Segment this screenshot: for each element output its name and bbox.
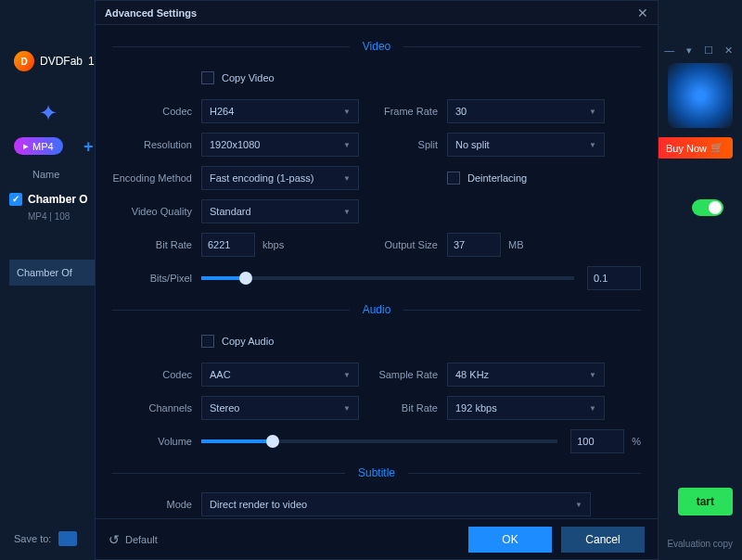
folder-icon[interactable] <box>58 531 77 546</box>
resolution-select[interactable]: 1920x1080▼ <box>201 133 359 157</box>
audio-section-title: Audio <box>112 303 641 316</box>
dropdown-icon[interactable]: ▾ <box>683 45 695 57</box>
chevron-down-icon: ▼ <box>589 371 596 379</box>
samplerate-select[interactable]: 48 KHz▼ <box>447 363 605 387</box>
chevron-down-icon: ▼ <box>589 141 596 149</box>
codec-label: Codec <box>112 106 201 117</box>
deinterlacing-checkbox[interactable] <box>447 172 460 185</box>
add-button[interactable]: + <box>83 137 94 157</box>
resolution-label: Resolution <box>112 139 201 150</box>
save-to-label: Save to: <box>14 533 51 544</box>
audio-codec-select[interactable]: AAC▼ <box>201 363 359 387</box>
volume-input[interactable] <box>570 429 624 453</box>
bitspixel-input[interactable] <box>587 266 641 290</box>
slider-thumb[interactable] <box>239 272 252 285</box>
copy-video-checkbox[interactable] <box>201 71 214 84</box>
chevron-down-icon: ▼ <box>343 404 351 413</box>
enable-toggle[interactable] <box>692 199 723 216</box>
chevron-down-icon: ▼ <box>343 208 351 216</box>
reset-icon: ↺ <box>109 532 120 547</box>
encoding-label: Encoding Method <box>112 172 201 184</box>
split-select[interactable]: No split▼ <box>447 133 605 157</box>
modal-title: Advanced Settings <box>105 7 197 19</box>
maximize-icon[interactable]: ☐ <box>703 45 715 57</box>
evaluation-text: Evaluation copy <box>667 539 733 549</box>
cancel-button[interactable]: Cancel <box>561 527 645 553</box>
chevron-down-icon: ▼ <box>575 501 582 509</box>
bitspixel-label: Bits/Pixel <box>112 273 201 284</box>
encoding-select[interactable]: Fast encoding (1-pass)▼ <box>201 166 359 190</box>
promo-graphic <box>668 63 733 128</box>
copy-audio-checkbox[interactable] <box>201 335 214 348</box>
logo-icon: D <box>14 51 34 71</box>
copy-video-label: Copy Video <box>222 72 275 83</box>
audio-bitrate-select[interactable]: 192 kbps▼ <box>447 396 605 420</box>
buy-now-button[interactable]: Buy Now 🛒 <box>657 137 733 159</box>
volume-slider[interactable] <box>201 439 557 443</box>
name-column-header: Name <box>32 169 59 180</box>
outputsize-unit: MB <box>508 239 524 250</box>
file-item[interactable]: ✓ Chamber O <box>9 193 97 206</box>
format-badge[interactable]: ▸ MP4 <box>14 137 63 155</box>
file-item-selected[interactable]: Chamber Of <box>9 260 97 286</box>
volume-unit: % <box>632 436 641 447</box>
modal-footer: ↺ Default OK Cancel <box>96 518 658 559</box>
channels-select[interactable]: Stereo▼ <box>201 396 359 420</box>
brand-text: DVDFab <box>40 55 83 68</box>
close-icon[interactable]: ✕ <box>637 6 648 20</box>
chevron-down-icon: ▼ <box>589 404 596 413</box>
quality-label: Video Quality <box>112 206 201 217</box>
subtitle-mode-select[interactable]: Direct render to video▼ <box>201 492 591 516</box>
subtitle-section-title: Subtitle <box>112 466 641 479</box>
modal-header: Advanced Settings ✕ <box>96 1 658 25</box>
video-section-title: Video <box>112 40 641 53</box>
outputsize-input[interactable] <box>447 233 501 257</box>
mode-label: Mode <box>112 499 201 510</box>
quality-select[interactable]: Standard▼ <box>201 199 359 223</box>
close-window-icon[interactable]: ✕ <box>723 45 735 57</box>
chevron-down-icon: ▼ <box>343 141 351 149</box>
modal-body: Video Copy Video Codec H264▼ Frame Rate … <box>96 25 658 518</box>
advanced-settings-modal: Advanced Settings ✕ Video Copy Video Cod… <box>95 0 659 560</box>
channels-label: Channels <box>112 402 201 414</box>
split-label: Split <box>377 139 447 150</box>
framerate-select[interactable]: 30▼ <box>447 99 605 123</box>
copy-audio-label: Copy Audio <box>222 336 274 347</box>
audio-bitrate-label: Bit Rate <box>377 402 447 414</box>
save-to-row: Save to: <box>14 531 77 546</box>
minimize-icon[interactable]: — <box>663 45 675 57</box>
samplerate-label: Sample Rate <box>377 369 447 380</box>
default-button[interactable]: ↺ Default <box>109 532 158 547</box>
audio-codec-label: Codec <box>112 369 201 380</box>
video-codec-select[interactable]: H264▼ <box>201 99 359 123</box>
chevron-down-icon: ▼ <box>343 108 351 116</box>
deinterlacing-label: Deinterlacing <box>467 172 527 184</box>
star-icon: ✦ <box>39 100 58 126</box>
chevron-down-icon: ▼ <box>589 108 596 116</box>
volume-label: Volume <box>112 436 201 447</box>
bitrate-input[interactable] <box>201 233 255 257</box>
outputsize-label: Output Size <box>377 239 447 250</box>
chevron-down-icon: ▼ <box>343 174 351 183</box>
check-icon[interactable]: ✓ <box>9 193 22 206</box>
bitspixel-slider[interactable] <box>201 276 574 280</box>
framerate-label: Frame Rate <box>377 106 447 117</box>
bitrate-label: Bit Rate <box>112 239 201 250</box>
bitrate-unit: kbps <box>262 239 284 250</box>
window-controls: — ▾ ☐ ✕ <box>663 45 742 63</box>
start-button[interactable]: tart <box>678 488 733 515</box>
file-item-meta: MP4 | 108 <box>28 211 70 222</box>
ok-button[interactable]: OK <box>468 527 552 553</box>
chevron-down-icon: ▼ <box>343 371 351 379</box>
slider-thumb[interactable] <box>266 435 279 448</box>
